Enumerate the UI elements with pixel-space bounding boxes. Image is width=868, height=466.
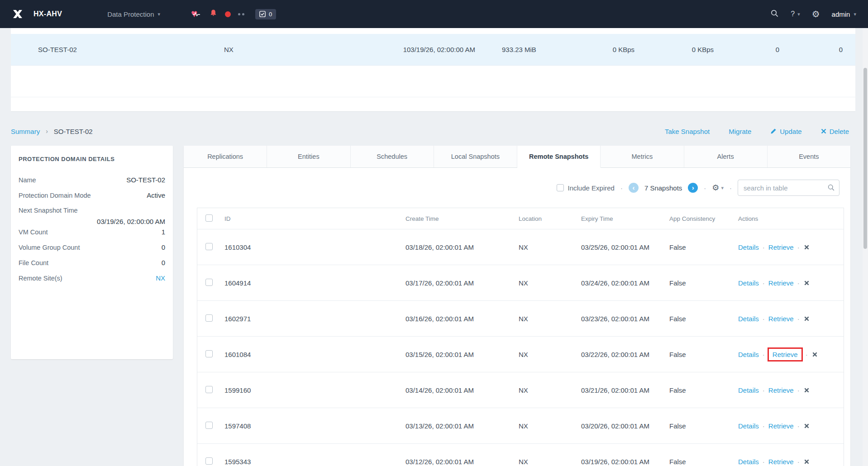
retrieve-link[interactable]: Retrieve [768,458,794,466]
col-id: ID [224,215,405,222]
tab-events[interactable]: Events [768,146,850,167]
include-expired-checkbox[interactable] [557,184,564,191]
alerts-bell-icon[interactable] [209,9,218,19]
tab-alerts[interactable]: Alerts [684,146,768,167]
separator: · [797,315,800,323]
scrollbar-track[interactable] [863,28,868,466]
detail-field: Protection Domain Mode Active [19,189,165,204]
separator: · [763,458,765,466]
pd-next-snapshot-time: 03/19/26, 02:00:00 AM [407,46,475,53]
pd-remote-snapshots: 0 [714,46,779,53]
search-icon[interactable] [770,9,779,19]
table-row: 1599160 03/14/26, 02:00:01 AM NX 03/21/2… [197,372,844,408]
retrieve-link[interactable]: Retrieve [768,279,794,287]
tab-replications[interactable]: Replications [184,146,267,167]
pd-name: SO-TEST-02 [38,46,196,53]
take-snapshot-button[interactable]: Take Snapshot [665,128,710,135]
tasks-badge[interactable]: 0 [255,9,276,19]
snapshot-id: 1597408 [224,422,405,430]
details-link[interactable]: Details [738,458,759,466]
tab-local-snapshots[interactable]: Local Snapshots [434,146,517,167]
nav-dropdown-label: Data Protection [107,10,154,18]
row-checkbox[interactable] [205,279,213,286]
pd-local-snapshots: 0 [779,46,855,53]
tab-remote-snapshots[interactable]: Remote Snapshots [517,146,601,167]
separator: · [763,351,765,358]
field-label: Next Snapshot Time [19,207,78,214]
field-label: Remote Site(s) [19,275,62,282]
snapshot-location: NX [519,279,581,287]
separator: · [797,458,800,466]
search-icon[interactable] [827,184,835,193]
tab-entities[interactable]: Entities [267,146,350,167]
migrate-button[interactable]: Migrate [729,128,751,135]
remove-snapshot-icon[interactable] [804,316,809,321]
settings-gear-icon[interactable]: ⚙ [812,9,820,19]
x-icon [821,128,826,134]
row-checkbox[interactable] [205,243,213,250]
nutanix-logo-icon[interactable] [12,8,24,20]
remove-snapshot-icon[interactable] [812,352,817,357]
delete-button[interactable]: Delete [821,128,849,135]
table-row: 1601084 03/15/26, 02:00:01 AM NX 03/22/2… [197,336,844,372]
retrieve-link[interactable]: Retrieve [768,422,794,430]
row-checkbox[interactable] [205,422,213,429]
tab-schedules[interactable]: Schedules [351,146,434,167]
critical-alert-icon[interactable] [225,11,231,17]
table-settings-dropdown[interactable]: ⚙ ▾ [712,183,724,193]
include-expired-toggle[interactable]: Include Expired [557,184,615,192]
scrollbar-thumb[interactable] [863,68,867,249]
nav-dropdown[interactable]: Data Protection ▾ [107,10,160,18]
remove-snapshot-icon[interactable] [804,245,809,250]
remove-snapshot-icon[interactable] [804,459,809,464]
table-search-input[interactable] [738,180,839,196]
tab-metrics[interactable]: Metrics [601,146,684,167]
table-row: 1595343 03/12/26, 02:00:01 AM NX 03/19/2… [197,443,844,466]
snapshot-create-time: 03/17/26, 02:00:01 AM [405,279,519,287]
row-checkbox[interactable] [205,457,213,465]
update-button[interactable]: Update [770,128,801,135]
snapshot-app-consistency: False [669,243,738,251]
snapshot-location: NX [519,458,581,466]
retrieve-link[interactable]: Retrieve [768,347,803,361]
user-menu[interactable]: admin ▾ [832,10,856,18]
pd-remote-site: NX [196,46,314,53]
next-page-button[interactable]: › [688,183,698,193]
help-dropdown[interactable]: ? ▾ [791,10,800,18]
details-link[interactable]: Details [738,422,759,430]
select-all-checkbox[interactable] [205,214,213,222]
field-value[interactable]: NX [156,274,165,282]
separator: · [763,243,765,251]
field-label: Protection Domain Mode [19,192,91,199]
health-heart-icon[interactable]: ♥ [191,9,202,19]
row-checkbox[interactable] [205,350,213,357]
snapshot-expiry-time: 03/21/26, 02:00:01 AM [581,386,649,394]
snapshot-location: NX [519,243,581,251]
snapshot-app-consistency: False [669,386,738,394]
row-checkbox[interactable] [205,386,213,393]
snapshot-expiry-time: 03/24/26, 02:00:01 AM [581,279,649,287]
protection-domain-row[interactable]: SO-TEST-02 NX 1 03/19/26, 02:00:00 AM 93… [11,34,855,66]
remove-snapshot-icon[interactable] [804,281,809,285]
table-row: 1604914 03/17/26, 02:00:01 AM NX 03/24/2… [197,265,844,300]
row-checkbox[interactable] [205,314,213,322]
remove-snapshot-icon[interactable] [804,423,809,428]
details-link[interactable]: Details [738,386,759,394]
breadcrumb-bar: Summary › SO-TEST-02 Take Snapshot Migra… [11,121,855,141]
snapshot-app-consistency: False [669,351,738,358]
snapshot-id: 1610304 [224,243,405,251]
details-link[interactable]: Details [738,351,759,358]
details-link[interactable]: Details [738,279,759,287]
details-link[interactable]: Details [738,315,759,323]
retrieve-link[interactable]: Retrieve [768,315,794,323]
chevron-down-icon: ▾ [854,11,856,17]
snapshots-toolbar: Include Expired · ‹ 7 Snapshots › · ⚙ ▾ … [184,168,850,208]
previous-page-button[interactable]: ‹ [629,183,639,193]
snapshot-expiry-time: 03/23/26, 02:00:01 AM [581,315,649,323]
retrieve-link[interactable]: Retrieve [768,386,794,394]
details-link[interactable]: Details [738,243,759,251]
breadcrumb-summary-link[interactable]: Summary [11,128,40,135]
remove-snapshot-icon[interactable] [804,388,809,393]
retrieve-link[interactable]: Retrieve [768,243,794,251]
field-value: Active [147,191,165,199]
